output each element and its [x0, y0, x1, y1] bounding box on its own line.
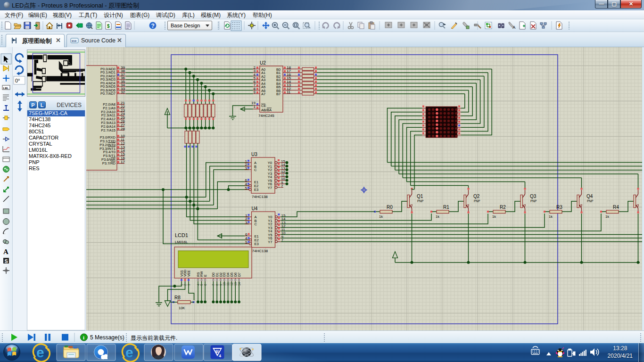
svg-text:A: A [512, 25, 516, 30]
svg-text:R8: R8 [174, 295, 181, 300]
svg-text:LCD1: LCD1 [175, 232, 188, 238]
svg-text:U4: U4 [252, 206, 258, 211]
svg-text:Q3: Q3 [530, 194, 537, 199]
svg-text:e: e [36, 345, 44, 360]
svg-text:VDD: VDD [183, 270, 187, 277]
svg-text:1k: 1k [436, 214, 439, 219]
svg-text:?: ? [151, 23, 155, 29]
svg-text:D5: D5 [230, 272, 233, 277]
svg-text:PNP: PNP [474, 199, 480, 203]
svg-text:1k: 1k [605, 214, 609, 219]
svg-text:9: 9 [254, 90, 256, 94]
svg-text:A: A [3, 248, 8, 255]
svg-text:LM016L: LM016L [175, 240, 188, 244]
svg-text:Q2: Q2 [473, 194, 480, 199]
svg-text:P0.7/AD7: P0.7/AD7 [100, 91, 116, 96]
svg-text:PNP: PNP [587, 199, 593, 203]
svg-text:S: S [5, 258, 8, 264]
svg-text:P2.7/A15: P2.7/A15 [101, 128, 116, 132]
svg-text:B7: B7 [276, 92, 281, 96]
svg-text:Q4: Q4 [586, 194, 593, 199]
svg-text:4: 4 [219, 354, 221, 358]
svg-text:D6: D6 [234, 272, 237, 277]
svg-text:R2: R2 [500, 205, 506, 210]
svg-text:R4: R4 [613, 205, 619, 210]
svg-text:i: i [83, 335, 84, 340]
svg-text:AB/BA: AB/BA [261, 108, 272, 112]
svg-text:17: 17 [121, 160, 125, 164]
svg-text:U3: U3 [251, 152, 257, 157]
svg-text:1k: 1k [549, 214, 553, 219]
svg-text:D7: D7 [238, 272, 241, 277]
svg-text:0°: 0° [15, 78, 20, 83]
svg-text:VSS: VSS [180, 270, 183, 277]
svg-text:PNP: PNP [417, 199, 423, 203]
svg-text:1: 1 [254, 105, 256, 109]
svg-text:1k: 1k [379, 214, 383, 219]
svg-text:A7: A7 [261, 92, 265, 96]
svg-text:74HC138: 74HC138 [252, 195, 268, 199]
svg-text:D1: D1 [215, 272, 219, 277]
svg-text:D0: D0 [212, 272, 215, 277]
svg-text:$: $ [107, 24, 110, 29]
svg-text:VEE: VEE [187, 270, 190, 277]
svg-text:32: 32 [121, 90, 125, 94]
svg-text:E: E [204, 274, 207, 277]
svg-text:D2: D2 [219, 272, 223, 277]
svg-text:1k: 1k [492, 214, 496, 219]
svg-text:R1: R1 [443, 205, 449, 210]
svg-text:P3.7/RD: P3.7/RD [102, 161, 116, 165]
svg-text:Y7: Y7 [268, 240, 272, 244]
svg-text:E3: E3 [255, 242, 259, 246]
svg-text:e: e [125, 345, 133, 360]
svg-text:LBL: LBL [3, 87, 9, 90]
svg-text:C: C [255, 222, 257, 226]
svg-text:RW: RW [200, 271, 203, 277]
svg-text:10K: 10K [179, 306, 185, 310]
svg-text:Q1: Q1 [417, 194, 423, 199]
svg-text:U2: U2 [260, 60, 266, 66]
svg-text:28: 28 [121, 127, 125, 131]
svg-text:D3: D3 [223, 272, 226, 277]
svg-text:μ: μ [215, 348, 219, 354]
svg-text:R0: R0 [387, 205, 393, 210]
svg-text:010: 010 [72, 40, 77, 42]
svg-text:D4: D4 [226, 272, 230, 277]
svg-text:R3: R3 [556, 205, 562, 210]
svg-text:11: 11 [287, 90, 291, 94]
svg-text:74HC138: 74HC138 [252, 249, 268, 253]
svg-text:E3: E3 [254, 188, 258, 192]
svg-text:PNP: PNP [530, 199, 537, 203]
svg-text:74HC245: 74HC245 [258, 114, 274, 118]
svg-text:RS: RS [197, 272, 200, 277]
svg-text:C: C [254, 168, 257, 172]
svg-text:Y7: Y7 [268, 186, 272, 190]
